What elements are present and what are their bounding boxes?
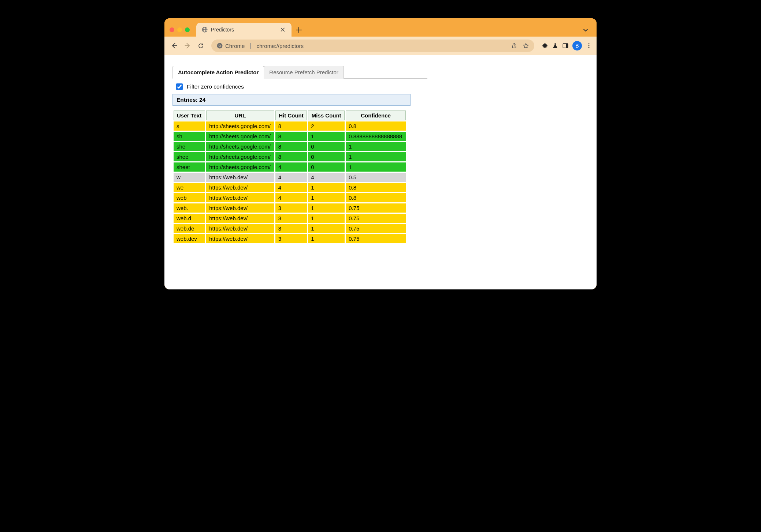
col-hit-count[interactable]: Hit Count	[275, 110, 307, 120]
table-row: web.dehttps://web.dev/310.75	[174, 224, 406, 233]
cell-user-text: web.dev	[174, 234, 205, 243]
col-miss-count[interactable]: Miss Count	[308, 110, 345, 120]
cell-url: http://sheets.google.com/	[206, 142, 274, 151]
back-button[interactable]	[169, 40, 180, 51]
cell-url: http://sheets.google.com/	[206, 121, 274, 131]
cell-hit: 3	[275, 203, 307, 213]
bookmark-star-icon[interactable]	[523, 42, 529, 49]
cell-hit: 8	[275, 132, 307, 141]
cell-miss: 0	[308, 152, 345, 161]
filter-row: Filter zero confidences	[172, 79, 427, 94]
svg-rect-7	[566, 44, 568, 48]
cell-user-text: we	[174, 183, 205, 192]
window-controls	[170, 27, 196, 37]
predictors-panel: Autocomplete Action Predictor Resource P…	[172, 65, 427, 244]
cell-url: https://web.dev/	[206, 234, 274, 243]
cell-url: https://web.dev/	[206, 224, 274, 233]
tab-autocomplete-action-predictor[interactable]: Autocomplete Action Predictor	[172, 66, 264, 79]
avatar-initial: B	[575, 43, 579, 49]
chrome-logo-icon	[216, 42, 223, 49]
maximize-window-button[interactable]	[185, 27, 190, 32]
table-row: shehttp://sheets.google.com/801	[174, 142, 406, 151]
cell-miss: 0	[308, 142, 345, 151]
cell-miss: 1	[308, 224, 345, 233]
minimize-window-button[interactable]	[177, 27, 182, 32]
cell-hit: 8	[275, 121, 307, 131]
cell-hit: 4	[275, 173, 307, 182]
globe-icon	[201, 26, 208, 33]
cell-url: https://web.dev/	[206, 214, 274, 223]
table-header-row: User Text URL Hit Count Miss Count Confi…	[174, 110, 406, 120]
cell-hit: 3	[275, 224, 307, 233]
cell-user-text: web.	[174, 203, 205, 213]
table-row: shhttp://sheets.google.com/810.888888888…	[174, 132, 406, 141]
cell-hit: 4	[275, 193, 307, 202]
browser-toolbar: Chrome | chrome://predictors B	[164, 37, 597, 55]
svg-point-9	[589, 45, 590, 46]
share-icon[interactable]	[511, 42, 517, 49]
cell-url: http://sheets.google.com/	[206, 162, 274, 172]
col-url[interactable]: URL	[206, 110, 274, 120]
cell-miss: 1	[308, 214, 345, 223]
cell-miss: 4	[308, 173, 345, 182]
cell-url: http://sheets.google.com/	[206, 152, 274, 161]
filter-zero-confidences-checkbox[interactable]	[176, 83, 183, 90]
reload-button[interactable]	[195, 40, 206, 51]
side-panel-icon[interactable]	[562, 42, 569, 49]
table-row: whttps://web.dev/440.5	[174, 173, 406, 182]
cell-confidence: 1	[346, 162, 406, 172]
profile-avatar[interactable]: B	[572, 41, 582, 50]
cell-confidence: 0.8	[346, 183, 406, 192]
cell-user-text: shee	[174, 152, 205, 161]
predictor-tabs: Autocomplete Action Predictor Resource P…	[172, 65, 427, 79]
filter-zero-confidences-label[interactable]: Filter zero confidences	[187, 83, 244, 90]
cell-confidence: 1	[346, 152, 406, 161]
cell-user-text: w	[174, 173, 205, 182]
tab-resource-prefetch-predictor[interactable]: Resource Prefetch Predictor	[264, 66, 344, 79]
cell-miss: 1	[308, 193, 345, 202]
table-row: web.dhttps://web.dev/310.75	[174, 214, 406, 223]
cell-url: https://web.dev/	[206, 203, 274, 213]
cell-url: https://web.dev/	[206, 193, 274, 202]
cell-user-text: web	[174, 193, 205, 202]
cell-hit: 8	[275, 152, 307, 161]
close-tab-button[interactable]	[279, 27, 286, 32]
tab-list-caret-icon[interactable]	[580, 27, 591, 37]
browser-window: Predictors Chrome	[164, 18, 597, 289]
cell-miss: 2	[308, 121, 345, 131]
address-bar[interactable]: Chrome | chrome://predictors	[211, 40, 534, 52]
new-tab-button[interactable]	[292, 27, 306, 37]
tab-strip: Predictors	[164, 18, 597, 37]
scheme-label: Chrome	[225, 43, 245, 49]
page-content: Autocomplete Action Predictor Resource P…	[164, 55, 597, 289]
table-body: shttp://sheets.google.com/820.8shhttp://…	[174, 121, 406, 243]
cell-user-text: web.de	[174, 224, 205, 233]
menu-kebab-icon[interactable]	[586, 42, 592, 49]
col-confidence[interactable]: Confidence	[346, 110, 406, 120]
table-row: shttp://sheets.google.com/820.8	[174, 121, 406, 131]
cell-url: https://web.dev/	[206, 173, 274, 182]
cell-hit: 8	[275, 142, 307, 151]
cell-miss: 1	[308, 203, 345, 213]
cell-hit: 3	[275, 214, 307, 223]
cell-miss: 1	[308, 234, 345, 243]
omnibox-url: chrome://predictors	[257, 43, 304, 49]
labs-flask-icon[interactable]	[552, 42, 558, 49]
table-row: sheehttp://sheets.google.com/801	[174, 152, 406, 161]
tab-title: Predictors	[211, 27, 276, 33]
col-user-text[interactable]: User Text	[174, 110, 205, 120]
extensions-icon[interactable]	[542, 42, 548, 49]
predictor-table: User Text URL Hit Count Miss Count Confi…	[172, 109, 407, 244]
close-window-button[interactable]	[170, 27, 174, 32]
cell-confidence: 0.8	[346, 121, 406, 131]
table-row: web.devhttps://web.dev/310.75	[174, 234, 406, 243]
cell-user-text: web.d	[174, 214, 205, 223]
cell-miss: 1	[308, 183, 345, 192]
browser-tab-active[interactable]: Predictors	[196, 23, 292, 37]
cell-confidence: 0.5	[346, 173, 406, 182]
cell-miss: 1	[308, 132, 345, 141]
omnibox-separator: |	[250, 42, 251, 49]
cell-hit: 3	[275, 234, 307, 243]
forward-button[interactable]	[182, 40, 193, 51]
cell-user-text: s	[174, 121, 205, 131]
